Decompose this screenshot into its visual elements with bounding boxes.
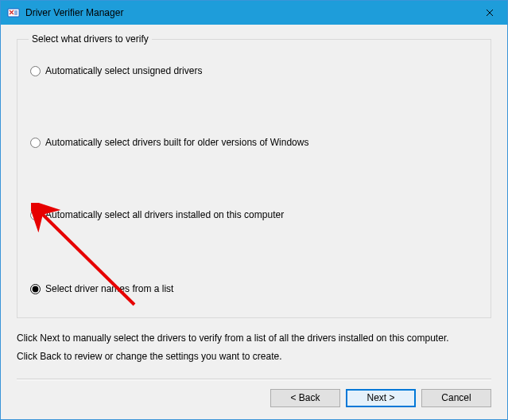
- radio-older-windows-drivers-input[interactable]: [30, 138, 41, 148]
- group-legend: Select what drivers to verify: [29, 33, 152, 45]
- instruction-line-1: Click Next to manually select the driver…: [17, 329, 491, 348]
- radio-unsigned-drivers[interactable]: Automatically select unsigned drivers: [30, 65, 202, 76]
- titlebar: Driver Verifier Manager: [1, 1, 507, 25]
- cancel-button[interactable]: Cancel: [421, 389, 491, 407]
- radio-all-installed-drivers-input[interactable]: [30, 210, 41, 220]
- radio-unsigned-drivers-input[interactable]: [30, 66, 41, 76]
- driver-selection-group: Select what drivers to verify Automatica…: [17, 33, 491, 318]
- back-button[interactable]: < Back: [270, 389, 340, 407]
- separator: [17, 379, 491, 379]
- close-button[interactable]: [471, 1, 507, 25]
- radio-older-windows-drivers[interactable]: Automatically select drivers built for o…: [30, 137, 308, 148]
- app-icon: [7, 6, 20, 19]
- close-icon: [486, 9, 494, 17]
- radio-select-from-list-input[interactable]: [30, 284, 41, 294]
- client-area: Select what drivers to verify Automatica…: [1, 25, 507, 419]
- wizard-buttons: < Back Next > Cancel: [17, 389, 491, 407]
- radio-older-windows-drivers-label: Automatically select drivers built for o…: [45, 137, 308, 148]
- radio-select-from-list-label: Select driver names from a list: [45, 283, 173, 294]
- window-title: Driver Verifier Manager: [25, 7, 471, 18]
- radio-unsigned-drivers-label: Automatically select unsigned drivers: [45, 65, 202, 76]
- radio-all-installed-drivers[interactable]: Automatically select all drivers install…: [30, 209, 284, 220]
- instruction-line-2: Click Back to review or change the setti…: [17, 348, 491, 366]
- radio-select-from-list[interactable]: Select driver names from a list: [30, 283, 173, 294]
- radio-all-installed-drivers-label: Automatically select all drivers install…: [45, 209, 284, 220]
- instructions: Click Next to manually select the driver…: [17, 329, 491, 366]
- next-button[interactable]: Next >: [346, 389, 416, 407]
